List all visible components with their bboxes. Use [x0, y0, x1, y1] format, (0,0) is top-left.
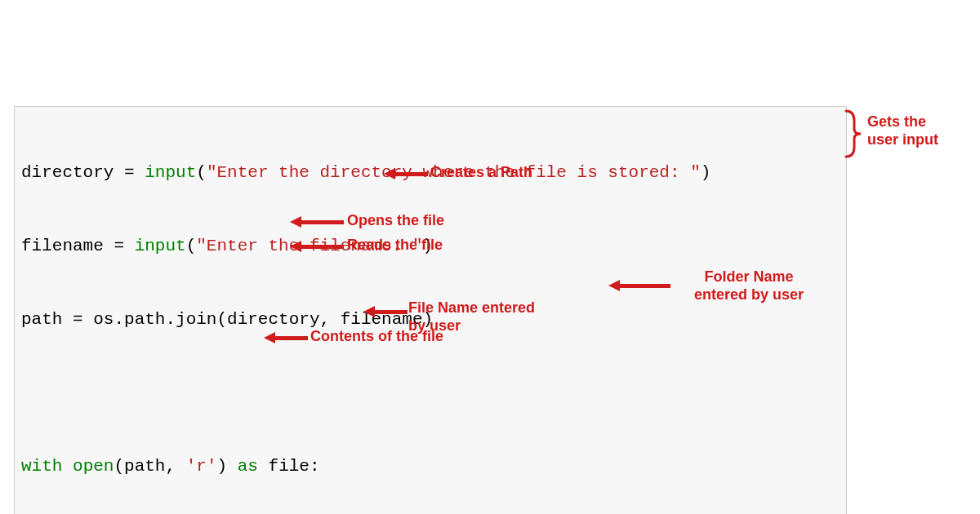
arrow-contents: [264, 332, 308, 343]
arrow-head-icon: [608, 280, 620, 291]
arrow-reads-file: [290, 241, 344, 252]
arrow-head-icon: [363, 306, 375, 317]
annotation-gets-input: Gets the user input: [867, 113, 938, 148]
var-directory: directory: [21, 163, 124, 182]
arrow-head-icon: [290, 216, 301, 228]
annotation-folder-name: Folder Name entered by user: [694, 268, 804, 304]
arrow-shaft: [301, 220, 344, 224]
sp-4b: [258, 457, 269, 476]
arrow-creates-path: [384, 168, 428, 179]
string-r: 'r': [186, 457, 217, 476]
kw-with: with: [21, 457, 62, 476]
code-line-blank: [21, 381, 840, 405]
code-line-4: with open(path, 'r') as file:: [21, 454, 840, 479]
arrow-shaft: [375, 310, 408, 314]
fn-input-1: input: [145, 163, 196, 182]
var-file: file:: [269, 457, 320, 476]
var-path: path: [21, 310, 73, 329]
arrow-shaft: [275, 336, 308, 340]
paren-open-4: (: [114, 457, 124, 476]
arrow-folder-name: [608, 280, 670, 291]
annotation-creates-path: Creates a Path: [430, 163, 532, 181]
paren-close-1: ): [701, 163, 711, 182]
fn-open: open: [73, 457, 114, 476]
arrow-head-icon: [264, 332, 275, 343]
equals-1: =: [124, 163, 145, 182]
arg-path: path,: [124, 457, 186, 476]
kw-as: as: [238, 457, 258, 476]
paren-close-4: ): [217, 457, 238, 476]
arrow-opens-file: [290, 216, 344, 228]
brace-input: [844, 109, 864, 158]
equals-2: =: [114, 237, 134, 255]
annotation-contents: Contents of the file: [310, 327, 443, 345]
paren-open-1: (: [196, 163, 207, 182]
arrow-file-name: [363, 306, 408, 317]
equals-3: =: [73, 310, 93, 329]
arrow-shaft: [620, 284, 670, 288]
arrow-head-icon: [384, 168, 395, 179]
annotation-reads-file: Reads the file: [347, 236, 443, 254]
arrow-shaft: [301, 245, 344, 249]
fn-input-2: input: [135, 237, 186, 255]
var-filename: filename: [21, 237, 114, 255]
paren-open-2: (: [186, 237, 197, 255]
arrow-shaft: [395, 172, 428, 176]
sp-4a: [62, 457, 73, 476]
arrow-head-icon: [290, 241, 301, 252]
annotation-opens-file: Opens the file: [347, 211, 444, 229]
